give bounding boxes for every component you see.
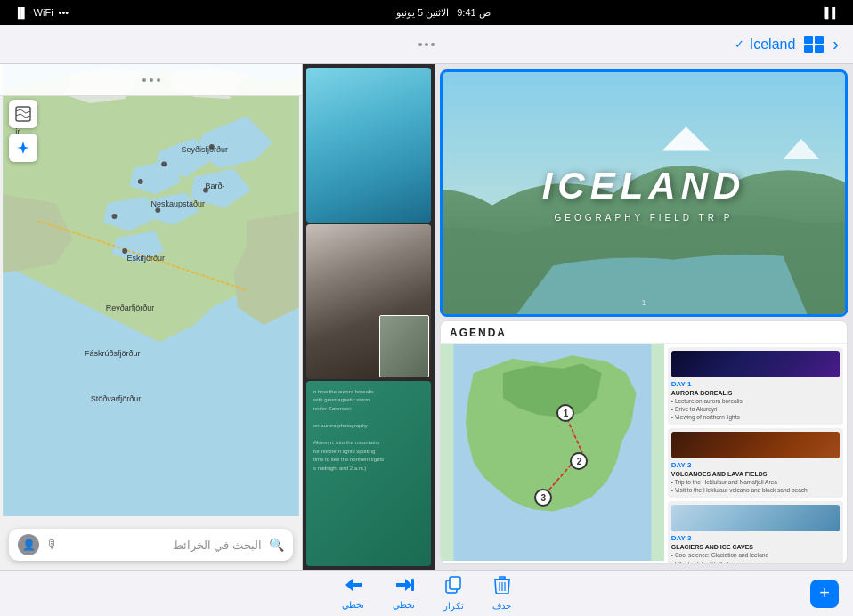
day-1-card: DAY 1 AURORA BOREALIS • Lecture on auror… [668,347,843,425]
city-seyðisfjörður: Seyðisfjörður [181,145,228,154]
duplicate-icon [445,576,463,598]
map-controls [9,100,37,162]
day-1-bullets: • Lecture on aurora borealis • Drive to … [671,397,840,421]
city-stöðvarfjörður: Stöðvarfjörður [91,394,142,403]
toolbar-duplicate[interactable]: تكرار [443,576,464,611]
grid-view-button[interactable] [804,36,824,53]
city-reyðarfjörður: Reyðarfjörður [106,304,155,312]
microphone-icon[interactable]: 🎙 [46,538,59,552]
day-3-card: DAY 3 GLACIERS AND ICE CAVES • Cool scie… [668,501,843,564]
map-search-bar[interactable]: 👤 🎙 البحث في الخرائط 🔍 [9,529,293,561]
photo-thumb-2[interactable] [306,224,431,379]
location-button[interactable] [9,134,37,162]
city-neskaupstaður: Neskaupstaður [151,199,206,208]
keynote-slides-area: ICELAND GEOGRAPHY FIELD TRIP 1 AGENDA [435,64,853,570]
title-text: Iceland [750,36,796,53]
green-slide[interactable]: n how the aurora borealis with geomagnet… [306,381,431,567]
user-avatar: 👤 [18,534,39,555]
bottom-toolbar: تخطي تخطي تكرار حذف [0,570,853,616]
checkmark-icon: ✓ [735,37,744,51]
status-signal: ••• [59,7,69,18]
maps-panel: Seyðisfjörður Neskaupstaður Eskifjörður … [0,64,303,570]
skip-label: تخطي [342,600,364,610]
svg-point-8 [122,248,127,254]
city-fáskrúðsfjörður: Fáskrúðsfjörður [85,349,141,358]
day-3-title: DAY 3 [671,534,840,542]
delete-label: حذف [492,601,511,611]
plus-icon: + [810,580,839,608]
status-bar-right: ▕▌▌ [817,7,839,19]
svg-point-5 [138,179,143,184]
photos-panel: LAVA FIELDS n how the aurora borealis wi… [303,64,435,570]
agenda-slide[interactable]: AGENDA [440,320,848,564]
day-2-activity: VOLCANOES AND LAVA FIELDS [671,471,840,477]
status-wifi: WiFi [34,7,53,18]
map-view[interactable]: Seyðisfjörður Neskaupstaður Eskifjörður … [0,64,302,516]
search-icon[interactable]: 🔍 [269,538,284,552]
agenda-header: AGENDA [441,321,847,344]
aurora-image [671,351,840,377]
day-3-activity: GLACIERS AND ICE CAVES [671,544,840,550]
city-eskifjörður: Eskifjörður [126,254,165,263]
svg-rect-11 [411,579,414,591]
green-slide-content: n how the aurora borealis with geomagnet… [306,381,431,481]
iceland-subtitle: GEOGRAPHY FIELD TRIP [555,213,734,223]
day-2-title: DAY 2 [671,461,840,469]
skip-forward-icon [394,577,414,597]
map-type-button[interactable] [9,100,37,128]
iceland-title-slide[interactable]: ICELAND GEOGRAPHY FIELD TRIP 1 [440,69,848,317]
toolbar-skip-back[interactable]: تخطي [342,577,364,610]
day-3-bullets: • Cool science: Glaciation and Iceland •… [671,551,840,564]
slide-overlay: ICELAND GEOGRAPHY FIELD TRIP [443,72,845,314]
window-dots [418,43,435,46]
agenda-sidebar: DAY 1 AURORA BOREALIS • Lecture on auror… [664,344,847,561]
status-bar: ▐▌ WiFi ••• ص 9:41 الاثنين 5 يونيو ▕▌▌ [0,0,853,25]
status-bar-left: ▐▌ WiFi ••• [14,7,69,18]
day-2-bullets: • Trip to the Heklulaur and Namafjall Ar… [671,478,840,494]
agenda-body: 1 2 3 DAY 1 AURORA BOREALIS • Lecture on… [441,344,847,561]
svg-point-7 [112,214,118,219]
iceland-title: ICELAND [542,165,746,207]
city-bard: Barð- [206,182,225,190]
trash-icon [494,576,510,598]
status-battery: ▐▌ [14,7,28,18]
volcano-image [671,432,840,458]
top-bar-controls: ✓ Iceland › [735,34,839,54]
skip-back-icon [344,577,363,597]
duplicate-label: تكرار [443,601,464,611]
svg-point-3 [161,161,167,166]
toolbar-skip-forward[interactable]: تخطي [393,577,415,610]
top-bar: ✓ Iceland › [0,25,853,64]
glacier-image [671,505,840,531]
main-content: Seyðisfjörður Neskaupstaður Eskifjörður … [0,64,853,570]
day-1-activity: AURORA BOREALIS [671,390,840,396]
next-button[interactable]: › [833,34,839,54]
document-title: ✓ Iceland [735,36,796,53]
search-placeholder: البحث في الخرائط [66,539,262,552]
add-slide-button[interactable]: + [810,580,839,608]
agenda-map: 1 2 3 [441,344,664,561]
day-1-title: DAY 1 [671,380,840,388]
status-time: ص 9:41 الاثنين 5 يونيو [396,7,491,19]
toolbar-delete[interactable]: حذف [492,576,511,611]
maps-header [0,64,302,96]
photo-thumb-1[interactable] [306,68,431,223]
forward-label: تخطي [393,600,415,610]
status-battery-icon: ▕▌▌ [817,7,839,19]
day-2-card: DAY 2 VOLCANOES AND LAVA FIELDS • Trip t… [668,428,843,498]
svg-rect-0 [16,107,30,121]
svg-rect-13 [450,577,460,589]
